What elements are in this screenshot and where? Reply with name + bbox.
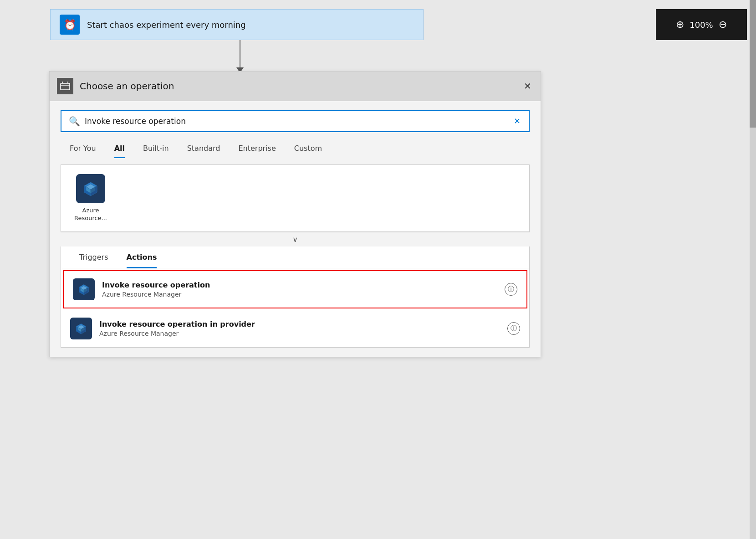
arrow-line [240, 40, 240, 67]
alarm-icon: ⏰ [64, 19, 76, 31]
connectors-section: Azure Resource... [61, 164, 530, 232]
tab-all[interactable]: All [105, 139, 134, 157]
choose-operation-dialog: Choose an operation ✕ 🔍 ✕ For You All Bu… [49, 71, 541, 357]
tab-for-you[interactable]: For You [61, 139, 105, 157]
invoke-op-icon-box [73, 278, 95, 300]
actions-section: Triggers Actions [61, 246, 530, 348]
invoke-op-provider-text: Invoke resource operation in provider Az… [99, 320, 500, 337]
actions-tabs: Triggers Actions [61, 246, 529, 268]
dialog-bottom-padding [50, 348, 541, 357]
trigger-title: Start chaos experiment every morning [87, 20, 246, 30]
flow-arrow [236, 40, 244, 73]
invoke-op-subtitle: Azure Resource Manager [102, 291, 497, 298]
invoke-op-text: Invoke resource operation Azure Resource… [102, 281, 497, 298]
chevron-down-icon: ∨ [292, 235, 298, 244]
arm-connector-label: Azure Resource... [70, 207, 111, 222]
invoke-op-cube-icon [77, 282, 91, 296]
trigger-block[interactable]: ⏰ Start chaos experiment every morning [50, 9, 424, 40]
invoke-op-info-button[interactable]: ⓘ [505, 283, 517, 296]
zoom-value: 100% [690, 20, 713, 30]
filter-tabs: For You All Built-in Standard Enterprise… [50, 139, 541, 157]
search-input[interactable] [85, 117, 508, 126]
tab-enterprise[interactable]: Enterprise [229, 139, 285, 157]
action-item-invoke-resource-op[interactable]: Invoke resource operation Azure Resource… [63, 270, 527, 308]
search-area: 🔍 ✕ [50, 101, 541, 132]
trigger-icon: ⏰ [60, 15, 80, 35]
arm-cube-icon [82, 180, 100, 198]
invoke-op-provider-info-button[interactable]: ⓘ [507, 322, 520, 335]
azure-resource-manager-connector[interactable]: Azure Resource... [70, 174, 111, 222]
invoke-op-provider-icon-box [70, 318, 92, 339]
tab-custom[interactable]: Custom [285, 139, 331, 157]
invoke-op-provider-cube-icon [74, 322, 88, 335]
dialog-header-icon [57, 78, 73, 94]
tab-triggers[interactable]: Triggers [70, 246, 117, 268]
action-item-invoke-resource-op-provider[interactable]: Invoke resource operation in provider Az… [61, 310, 529, 347]
action-list: Invoke resource operation Azure Resource… [61, 270, 529, 347]
dialog-title: Choose an operation [80, 81, 516, 92]
zoom-controls: ⊕ 100% ⊖ [656, 9, 747, 40]
operation-icon [60, 81, 70, 91]
search-box: 🔍 ✕ [61, 110, 530, 132]
arm-connector-icon [76, 174, 105, 203]
invoke-op-provider-subtitle: Azure Resource Manager [99, 330, 500, 337]
search-clear-button[interactable]: ✕ [513, 116, 521, 126]
zoom-in-button[interactable]: ⊕ [676, 20, 684, 30]
chevron-divider[interactable]: ∨ [61, 232, 530, 246]
scrollbar-thumb[interactable] [750, 0, 756, 128]
svg-rect-0 [61, 83, 70, 90]
tab-standard[interactable]: Standard [178, 139, 230, 157]
tab-actions[interactable]: Actions [117, 246, 166, 268]
invoke-op-name: Invoke resource operation [102, 281, 497, 289]
tab-built-in[interactable]: Built-in [134, 139, 178, 157]
dialog-header: Choose an operation ✕ [50, 72, 541, 101]
scrollbar-track [750, 0, 756, 539]
search-icon: 🔍 [69, 116, 80, 127]
dialog-close-button[interactable]: ✕ [522, 80, 533, 92]
invoke-op-provider-name: Invoke resource operation in provider [99, 320, 500, 329]
zoom-out-button[interactable]: ⊖ [719, 20, 727, 30]
